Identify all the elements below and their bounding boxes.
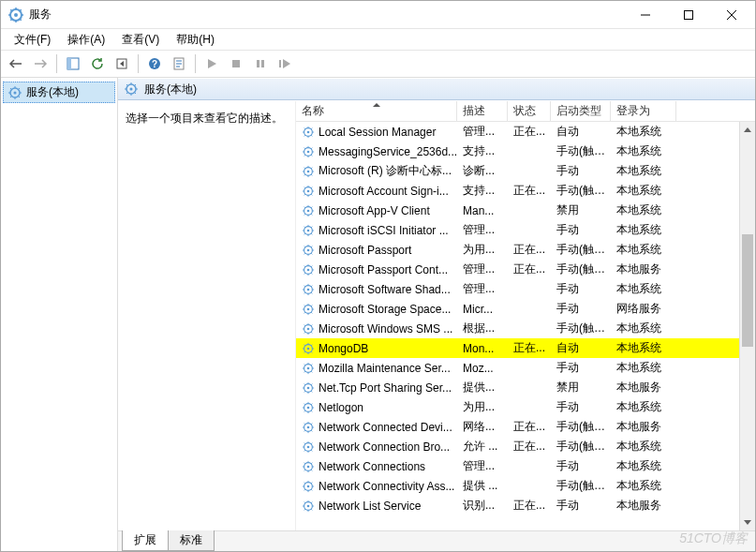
svg-point-14 xyxy=(14,91,17,94)
scroll-thumb[interactable] xyxy=(742,234,753,347)
gear-icon xyxy=(302,204,315,217)
cell-status: 正在... xyxy=(508,242,551,258)
vertical-scrollbar[interactable] xyxy=(739,122,755,530)
service-row[interactable]: Microsoft Windows SMS ...根据...手动(触发...本地… xyxy=(296,319,739,338)
cell-description: 管理... xyxy=(457,261,508,277)
service-list[interactable]: Local Session Manager管理...正在...自动本地系统Mes… xyxy=(296,122,739,530)
service-row[interactable]: Network Connected Devi...网络...正在...手动(触发… xyxy=(296,417,739,437)
cell-startup: 手动(触发... xyxy=(551,419,611,435)
toolbar-separator xyxy=(195,54,196,73)
gear-icon xyxy=(302,421,315,434)
cell-status: 正在... xyxy=(508,439,551,455)
cell-logon: 本地服务 xyxy=(611,419,676,435)
scroll-down-button[interactable] xyxy=(740,515,755,530)
svg-point-38 xyxy=(307,327,310,330)
gear-icon xyxy=(302,145,315,158)
restart-service-button[interactable] xyxy=(274,52,296,75)
service-row[interactable]: Mozilla Maintenance Ser...Moz...手动本地系统 xyxy=(296,358,739,378)
start-service-button[interactable] xyxy=(200,52,223,75)
cell-description: Man... xyxy=(457,204,508,217)
svg-point-46 xyxy=(307,406,310,409)
services-app-icon xyxy=(8,7,23,22)
service-row[interactable]: Microsoft (R) 诊断中心标...诊断...手动本地系统 xyxy=(296,161,739,181)
menu-file[interactable]: 文件(F) xyxy=(7,30,58,50)
pause-service-button[interactable] xyxy=(249,52,272,75)
cell-startup: 手动(触发... xyxy=(551,439,611,455)
column-header-description[interactable]: 描述 xyxy=(457,101,508,121)
svg-point-18 xyxy=(307,130,310,133)
service-row[interactable]: Network List Service识别...正在...手动本地服务 xyxy=(296,496,739,515)
stop-service-button[interactable] xyxy=(225,52,247,75)
column-header-logon[interactable]: 登录为 xyxy=(611,101,676,121)
forward-button[interactable] xyxy=(29,52,52,75)
service-row[interactable]: Netlogon为用...手动本地系统 xyxy=(296,397,739,417)
cell-startup: 手动 xyxy=(551,360,611,376)
cell-status: 正在... xyxy=(508,183,551,199)
properties-button[interactable] xyxy=(168,52,190,75)
service-row[interactable]: Network Connections管理...手动本地系统 xyxy=(296,456,739,476)
gear-icon xyxy=(302,500,315,513)
service-row[interactable]: Microsoft iSCSI Initiator ...管理...手动本地系统 xyxy=(296,220,739,240)
gear-icon xyxy=(302,480,315,493)
cell-name: Network Connections xyxy=(296,460,457,473)
service-row[interactable]: Microsoft Passport Cont...管理...正在...手动(触… xyxy=(296,260,739,279)
tab-standard[interactable]: 标准 xyxy=(168,530,215,551)
minimize-button[interactable] xyxy=(624,1,667,29)
cell-description: 管理... xyxy=(457,281,508,297)
column-header-status[interactable]: 状态 xyxy=(508,101,551,121)
tab-extended[interactable]: 扩展 xyxy=(122,530,169,551)
service-row[interactable]: MessagingService_2536d...支持...手动(触发...本地… xyxy=(296,142,739,161)
back-button[interactable] xyxy=(5,52,27,75)
refresh-button[interactable] xyxy=(86,52,109,75)
list-header: 名称 描述 状态 启动类型 登录为 xyxy=(296,101,755,122)
cell-startup: 禁用 xyxy=(551,202,611,218)
cell-description: 支持... xyxy=(457,183,508,199)
cell-name: Local Session Manager xyxy=(296,126,457,139)
cell-logon: 本地系统 xyxy=(611,399,676,415)
svg-text:?: ? xyxy=(152,59,157,69)
console-tree: 服务(本地) xyxy=(1,78,118,551)
service-row[interactable]: Local Session Manager管理...正在...自动本地系统 xyxy=(296,122,739,142)
column-header-name[interactable]: 名称 xyxy=(296,101,457,121)
menu-view[interactable]: 查看(V) xyxy=(114,30,167,50)
tree-root-services-local[interactable]: 服务(本地) xyxy=(3,82,115,103)
help-button[interactable]: ? xyxy=(143,52,166,75)
cell-description: 提供 ... xyxy=(457,478,508,494)
column-header-startup[interactable]: 启动类型 xyxy=(551,101,611,121)
show-hide-tree-button[interactable] xyxy=(62,52,84,75)
svg-point-32 xyxy=(307,268,310,271)
service-row[interactable]: Microsoft Account Sign-i...支持...正在...手动(… xyxy=(296,181,739,201)
cell-logon: 本地系统 xyxy=(611,439,676,455)
cell-name: Net.Tcp Port Sharing Ser... xyxy=(296,381,457,395)
close-button[interactable] xyxy=(710,1,753,29)
export-list-button[interactable] xyxy=(111,52,133,75)
svg-point-22 xyxy=(307,170,310,172)
svg-point-54 xyxy=(307,485,310,487)
cell-status: 正在... xyxy=(508,124,551,140)
cell-status: 正在... xyxy=(508,498,551,514)
service-row[interactable]: Net.Tcp Port Sharing Ser...提供...禁用本地服务 xyxy=(296,378,739,397)
service-row[interactable]: Microsoft Passport为用...正在...手动(触发...本地系统 xyxy=(296,240,739,260)
service-row[interactable]: Network Connectivity Ass...提供 ...手动(触发..… xyxy=(296,476,739,496)
service-row[interactable]: Microsoft Software Shad...管理...手动本地系统 xyxy=(296,279,739,299)
cell-startup: 手动(触发... xyxy=(551,183,611,199)
cell-name: MessagingService_2536d... xyxy=(296,145,457,158)
service-row[interactable]: MongoDBMon...正在...自动本地系统 xyxy=(296,338,739,358)
gear-icon xyxy=(302,460,315,473)
service-row[interactable]: Microsoft App-V ClientMan...禁用本地系统 xyxy=(296,201,739,220)
cell-status: 正在... xyxy=(508,419,551,435)
pane-header: 服务(本地) xyxy=(118,78,755,100)
cell-name: MongoDB xyxy=(296,342,457,355)
maximize-button[interactable] xyxy=(667,1,710,29)
menu-help[interactable]: 帮助(H) xyxy=(169,30,222,50)
gear-icon xyxy=(302,244,315,257)
cell-description: 诊断... xyxy=(457,163,508,179)
service-row[interactable]: Microsoft Storage Space...Micr...手动网络服务 xyxy=(296,299,739,319)
service-row[interactable]: Network Connection Bro...允许 ...正在...手动(触… xyxy=(296,437,739,456)
cell-name: Netlogon xyxy=(296,401,457,414)
svg-rect-4 xyxy=(67,58,71,69)
menu-action[interactable]: 操作(A) xyxy=(60,30,112,50)
scroll-up-button[interactable] xyxy=(740,122,755,138)
cell-name: Microsoft Passport Cont... xyxy=(296,263,457,276)
cell-name: Microsoft Account Sign-i... xyxy=(296,185,457,198)
